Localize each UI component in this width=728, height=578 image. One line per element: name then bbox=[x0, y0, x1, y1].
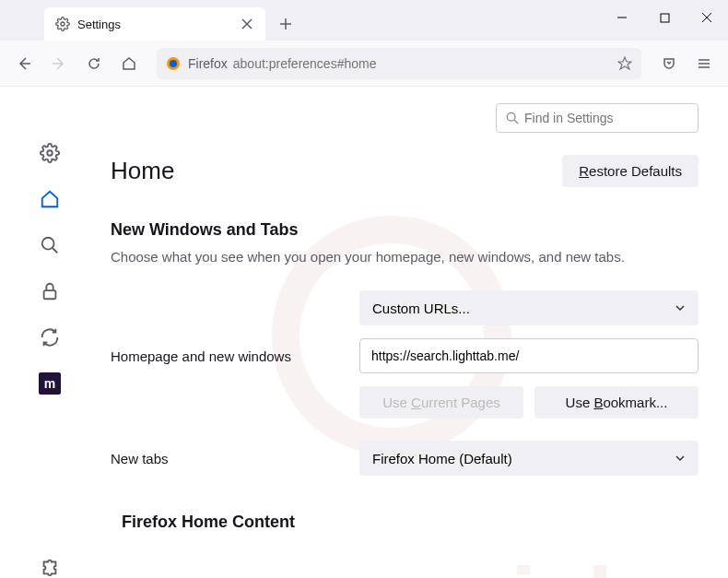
tab-close-button[interactable] bbox=[240, 17, 254, 31]
svg-point-7 bbox=[507, 112, 515, 121]
chevron-down-icon bbox=[675, 453, 686, 464]
use-current-pages-button[interactable]: Use Current Pages bbox=[359, 386, 523, 419]
tab-title: Settings bbox=[77, 18, 240, 31]
mozilla-icon: m bbox=[39, 372, 61, 395]
browser-tab[interactable]: Settings bbox=[44, 7, 265, 41]
home-icon bbox=[40, 189, 60, 209]
svg-rect-1 bbox=[661, 14, 669, 22]
svg-point-3 bbox=[170, 60, 177, 67]
gear-icon bbox=[40, 143, 60, 163]
sync-icon bbox=[40, 327, 60, 348]
svg-point-5 bbox=[42, 238, 54, 250]
sidebar-item-more[interactable]: m bbox=[39, 372, 61, 395]
arrow-right-icon bbox=[52, 56, 66, 71]
content: m Home Restore Defaults New Windows and … bbox=[0, 87, 728, 578]
firefox-icon bbox=[166, 56, 181, 71]
url-text: about:preferences#home bbox=[233, 56, 617, 71]
lock-icon bbox=[40, 281, 60, 301]
svg-rect-6 bbox=[44, 290, 56, 299]
search-box[interactable] bbox=[496, 103, 699, 133]
svg-point-0 bbox=[61, 22, 65, 26]
page-title: Home bbox=[111, 157, 174, 185]
reload-button[interactable] bbox=[79, 49, 109, 78]
home-button[interactable] bbox=[114, 49, 144, 78]
minimize-button[interactable] bbox=[601, 0, 643, 35]
titlebar: Settings bbox=[0, 0, 728, 41]
use-bookmark-button[interactable]: Use Bookmark... bbox=[534, 386, 699, 419]
arrow-left-icon bbox=[17, 56, 31, 71]
pocket-button[interactable] bbox=[654, 49, 684, 78]
chevron-down-icon bbox=[675, 302, 686, 313]
hamburger-icon bbox=[697, 56, 711, 71]
new-tab-button[interactable] bbox=[273, 11, 299, 37]
homepage-label: Homepage and new windows bbox=[111, 348, 341, 364]
homepage-url-input[interactable] bbox=[359, 338, 699, 373]
gear-icon bbox=[55, 17, 70, 31]
maximize-icon bbox=[660, 13, 670, 23]
search-icon bbox=[506, 112, 519, 124]
reload-icon bbox=[87, 56, 101, 71]
main-panel: Home Restore Defaults New Windows and Ta… bbox=[100, 87, 728, 578]
close-icon bbox=[241, 18, 252, 29]
select-value: Custom URLs... bbox=[372, 301, 470, 316]
section-desc: Choose what you see when you open your h… bbox=[111, 249, 699, 265]
menu-button[interactable] bbox=[689, 49, 719, 78]
homepage-mode-select[interactable]: Custom URLs... bbox=[359, 290, 699, 325]
sidebar-item-extensions[interactable] bbox=[39, 556, 61, 578]
search-input[interactable] bbox=[524, 111, 688, 125]
svg-point-4 bbox=[47, 150, 53, 156]
section-title-windows-tabs: New Windows and Tabs bbox=[111, 220, 699, 240]
sidebar: m bbox=[0, 87, 100, 578]
sidebar-item-general[interactable] bbox=[39, 142, 61, 164]
plus-icon bbox=[279, 18, 292, 30]
newtabs-label: New tabs bbox=[111, 451, 341, 466]
restore-defaults-button[interactable]: Restore Defaults bbox=[562, 155, 699, 187]
window-controls bbox=[601, 0, 728, 35]
url-prefix: Firefox bbox=[188, 56, 228, 71]
back-button[interactable] bbox=[9, 49, 39, 78]
sidebar-item-home[interactable] bbox=[39, 188, 61, 210]
select-value: Firefox Home (Default) bbox=[372, 451, 512, 466]
bookmark-star-button[interactable] bbox=[617, 56, 632, 71]
puzzle-icon bbox=[40, 557, 60, 577]
pocket-icon bbox=[662, 56, 676, 71]
toolbar: Firefox about:preferences#home bbox=[0, 41, 728, 87]
sidebar-item-search[interactable] bbox=[39, 234, 61, 256]
search-icon bbox=[40, 235, 60, 255]
newtabs-select[interactable]: Firefox Home (Default) bbox=[359, 441, 699, 476]
star-icon bbox=[617, 56, 632, 71]
forward-button[interactable] bbox=[44, 49, 74, 78]
section-title-home-content: Firefox Home Content bbox=[122, 513, 699, 532]
minimize-icon bbox=[616, 12, 628, 23]
sidebar-item-sync[interactable] bbox=[39, 326, 61, 348]
close-icon bbox=[701, 12, 712, 23]
url-bar[interactable]: Firefox about:preferences#home bbox=[157, 48, 641, 79]
sidebar-item-privacy[interactable] bbox=[39, 280, 61, 302]
close-window-button[interactable] bbox=[686, 0, 728, 35]
home-icon bbox=[122, 56, 136, 71]
maximize-button[interactable] bbox=[643, 0, 686, 35]
